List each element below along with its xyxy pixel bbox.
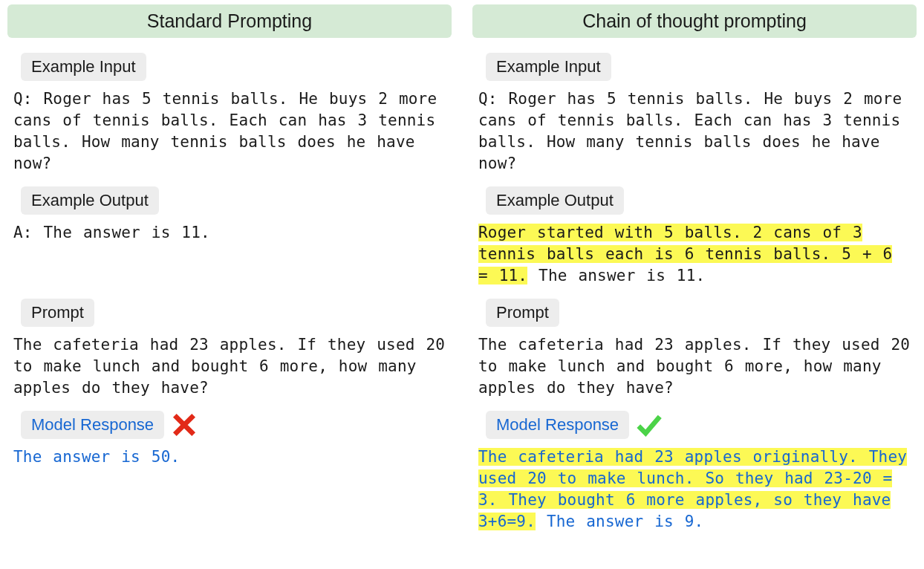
label-row: Prompt (472, 294, 917, 331)
label-row: Example Input (7, 48, 452, 85)
cross-icon (170, 411, 198, 439)
check-icon (635, 411, 663, 439)
chain-of-thought-column: Chain of thought prompting Example Input… (472, 4, 917, 565)
example-input-text: Q: Roger has 5 tennis balls. He buys 2 m… (472, 85, 917, 182)
label-row: Example Output (7, 182, 452, 219)
label-row: Model Response (7, 406, 452, 443)
model-response-text: The cafeteria had 23 apples originally. … (472, 443, 917, 540)
prompt-label: Prompt (486, 299, 559, 327)
spacer (7, 251, 452, 294)
prompt-text: The cafeteria had 23 apples. If they use… (7, 331, 452, 406)
label-row: Example Output (472, 182, 917, 219)
model-response-label: Model Response (486, 411, 629, 439)
example-output-label: Example Output (21, 186, 159, 215)
label-row: Example Input (472, 48, 917, 85)
example-output-text: A: The answer is 11. (7, 219, 452, 251)
label-row: Prompt (7, 294, 452, 331)
model-response-text: The answer is 50. (7, 443, 452, 475)
prompt-text: The cafeteria had 23 apples. If they use… (472, 331, 917, 406)
column-title: Chain of thought prompting (472, 4, 917, 38)
prompt-label: Prompt (21, 299, 94, 327)
model-response-rest: The answer is 9. (536, 513, 703, 530)
diagram-root: Standard Prompting Example Input Q: Roge… (0, 0, 924, 569)
model-response-label: Model Response (21, 411, 164, 439)
column-title: Standard Prompting (7, 4, 452, 38)
example-output-text: Roger started with 5 balls. 2 cans of 3 … (472, 219, 917, 294)
standard-prompting-column: Standard Prompting Example Input Q: Roge… (7, 4, 452, 565)
example-input-text: Q: Roger has 5 tennis balls. He buys 2 m… (7, 85, 452, 182)
label-row: Model Response (472, 406, 917, 443)
example-output-label: Example Output (486, 186, 624, 215)
example-input-label: Example Input (486, 53, 611, 81)
example-output-rest: The answer is 11. (527, 267, 705, 284)
example-input-label: Example Input (21, 53, 146, 81)
